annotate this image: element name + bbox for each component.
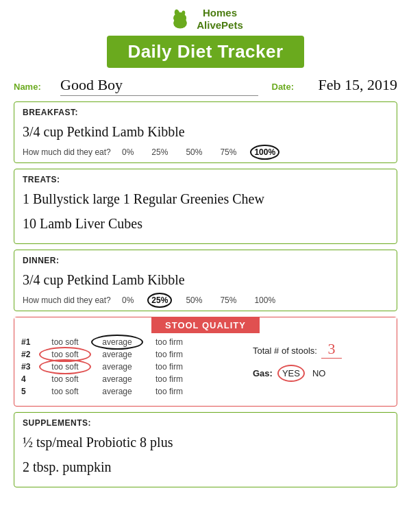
dinner-label: DINNER: [23,256,388,265]
stool-4-soft: too soft [42,374,88,384]
stool-row-3: #3 too soft average too firm [21,362,246,372]
breakfast-pct-25: 25% [151,147,168,157]
stool-5-soft: too soft [42,387,88,396]
stool-num-1: #1 [21,337,36,347]
stool-title-text: STOOL QUALITY [151,317,260,333]
dinner-how-much-label: How much did they eat? [23,295,122,305]
treats-line1: 1 Bullystick large 1 Regular Greenies Ch… [23,189,388,209]
stool-5-avg: average [94,387,140,396]
dinner-pct-75: 75% [220,295,236,305]
dinner-pct-100: 100% [254,295,275,305]
gas-no: NO [310,368,329,378]
stool-row-1: #1 too soft average too firm [21,337,246,347]
dinner-content: 3/4 cup Petkind Lamb Kibble [23,269,388,290]
supplements-line2: 2 tbsp. pumpkin [23,457,388,477]
breakfast-label: BREAKFAST: [23,108,388,117]
name-date-row: Name: Good Boy Date: Feb 15, 2019 [14,76,397,96]
dinner-percents: 0% 25% 50% 75% 100% [122,295,275,305]
dinner-pct-0: 0% [122,295,134,305]
stool-title-banner: STOOL QUALITY [14,317,397,333]
breakfast-content: 3/4 cup Petkind Lamb Kibble [23,121,388,142]
stool-4-avg: average [94,374,140,384]
treats-label: TREATS: [23,175,388,184]
treats-line2: 10 Lamb Liver Cubes [23,213,388,234]
stool-1-firm: too firm [146,337,192,347]
logo-container: Homes AlivePets [14,7,397,32]
page: Homes AlivePets Daily Diet Tracker Name:… [0,0,411,532]
logo-text: Homes AlivePets [197,7,243,32]
stool-3-firm: too firm [146,362,192,372]
breakfast-pct-75: 75% [220,147,236,157]
total-stools: Total # of stools: 3 [253,340,390,359]
stool-num-4: 4 [21,374,36,384]
name-value: Good Boy [60,76,258,96]
gas-label: Gas: [253,368,273,378]
stool-row-5: 5 too soft average too firm [21,387,246,396]
dinner-how-much-row: How much did they eat? 0% 25% 50% 75% 10… [23,295,388,305]
title-text: Daily Diet Tracker [127,41,283,62]
name-label: Name: [14,82,47,92]
dinner-pct-25: 25% [151,295,168,305]
stool-row-4: 4 too soft average too firm [21,374,246,384]
stool-2-soft: too soft [42,350,88,359]
stool-body: #1 too soft average too firm #2 too soft… [14,333,397,406]
gas-row: Gas: YES NO [253,368,390,378]
breakfast-percents: 0% 25% 50% 75% 100% [122,147,275,157]
header: Homes AlivePets Daily Diet Tracker [14,7,397,68]
stool-num-2: #2 [21,350,36,359]
supplements-section: SUPPLEMENTS: ½ tsp/meal Probiotic 8 plus… [14,412,397,487]
date-label: Date: [272,82,305,92]
breakfast-pct-0: 0% [122,147,134,157]
title-banner: Daily Diet Tracker [107,36,303,68]
dinner-section: DINNER: 3/4 cup Petkind Lamb Kibble How … [14,250,397,311]
date-value: Feb 15, 2019 [319,76,398,95]
breakfast-how-much-label: How much did they eat? [23,147,122,157]
supplements-label: SUPPLEMENTS: [23,418,388,428]
breakfast-section: BREAKFAST: 3/4 cup Petkind Lamb Kibble H… [14,101,397,163]
stool-num-5: 5 [21,387,36,396]
breakfast-pct-50: 50% [186,147,202,157]
total-stools-label: Total # of stools: [253,346,317,356]
stool-4-firm: too firm [146,374,192,384]
stool-3-avg: average [94,362,140,372]
stool-right: Total # of stools: 3 Gas: YES NO [253,337,390,399]
stool-2-firm: too firm [146,350,192,359]
stool-2-avg: average [94,350,140,359]
breakfast-how-much-row: How much did they eat? 0% 25% 50% 75% 10… [23,147,388,157]
stool-3-soft: too soft [42,362,88,372]
dinner-pct-50: 50% [186,295,202,305]
treats-section: TREATS: 1 Bullystick large 1 Regular Gre… [14,169,397,244]
stool-num-3: #3 [21,362,36,372]
stool-1-avg: average [94,337,140,347]
stool-5-firm: too firm [146,387,192,396]
stool-left: #1 too soft average too firm #2 too soft… [21,337,246,399]
breakfast-pct-100: 100% [254,147,275,157]
logo-icon [168,7,192,32]
stool-1-soft: too soft [42,337,88,347]
gas-yes: YES [279,368,303,378]
stool-section: STOOL QUALITY #1 too soft average too fi… [14,317,397,407]
supplements-line1: ½ tsp/meal Probiotic 8 plus [23,432,388,452]
total-stools-value: 3 [321,340,342,359]
stool-row-2: #2 too soft average too firm [21,350,246,359]
